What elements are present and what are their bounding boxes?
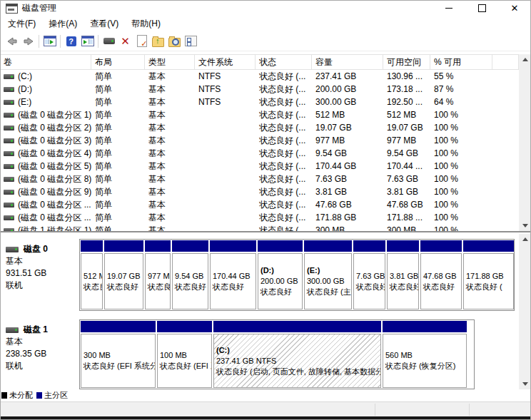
disk-name: 磁盘 0 [24, 243, 48, 255]
partition[interactable]: (D:)200.00 GB状态良好 [258, 240, 303, 309]
partition[interactable]: 170.44 GB状态良好 [210, 240, 256, 309]
partition[interactable]: 7.63 GB状态良好 [353, 240, 385, 309]
partition[interactable]: 560 MB状态良好 (恢复分区) [383, 321, 467, 388]
volume-rows: (C:)简单基本NTFS状态良好 (...237.41 GB130.96 ...… [0, 70, 519, 232]
help-button[interactable]: ? [63, 34, 79, 49]
table-row[interactable]: (磁盘 0 磁盘分区 2)简单基本状态良好 (...19.07 GB19.07 … [0, 121, 519, 134]
scroll-up-icon[interactable] [522, 58, 528, 61]
partition[interactable]: 100 MB状态良好 (EFI 系统分区) [157, 321, 212, 388]
cell-pct: 100 % [430, 148, 492, 158]
partition-type-band [304, 240, 352, 252]
partition-size: 560 MB [385, 350, 464, 361]
partition-body: 3.81 GB状态良好 [387, 253, 419, 309]
partition[interactable]: 3.81 GB状态良好 [387, 240, 419, 309]
column-status[interactable]: 状态 [256, 55, 312, 69]
partition[interactable]: (C:)237.41 GB NTFS状态良好 (启动, 页面文件, 故障转储, … [213, 321, 381, 388]
column-capacity[interactable]: 容量 [312, 55, 383, 69]
disk-1-label[interactable]: 磁盘 1 基本 238.35 GB 联机 [1, 319, 79, 389]
close-icon: ✕ [511, 4, 519, 13]
table-row[interactable]: (E:)简单基本NTFS状态良好 (...300.00 GB192.50 ...… [0, 96, 519, 108]
menu-file[interactable]: 文件(F) [1, 16, 42, 31]
volume-icon [4, 74, 14, 79]
volume-list-header: 卷 布局 类型 文件系统 状态 容量 可用空间 % 可用 [0, 55, 519, 70]
volume-icon [4, 164, 14, 169]
table-row[interactable]: (磁盘 0 磁盘分区 3)简单基本状态良好 (...977 MB977 MB10… [0, 134, 519, 147]
back-button[interactable] [4, 34, 20, 49]
task-check-button[interactable] [133, 34, 150, 49]
table-row[interactable]: (D:)简单基本NTFS状态良好 (...200.00 GB173.18 ...… [0, 83, 519, 96]
properties-button[interactable] [183, 34, 199, 49]
scroll-down-icon[interactable] [522, 224, 528, 227]
forward-button[interactable] [20, 34, 36, 49]
column-layout[interactable]: 布局 [91, 55, 145, 69]
cell-volume: (磁盘 0 磁盘分区 9) [0, 186, 91, 198]
partition-body: (D:)200.00 GB状态良好 [258, 253, 303, 309]
scroll-down-icon[interactable] [522, 382, 528, 386]
table-row[interactable]: (磁盘 0 磁盘分区 8)简单基本状态良好 (...7.63 GB7.63 GB… [0, 173, 519, 185]
volume-list-scrollbar[interactable] [519, 54, 531, 231]
close-button[interactable]: ✕ [498, 0, 531, 16]
toolbar-separator [39, 35, 39, 48]
cell-free: 7.63 GB [383, 174, 430, 184]
scroll-up-icon[interactable] [522, 237, 528, 241]
disk-0-label[interactable]: 磁盘 0 基本 931.51 GB 联机 [1, 239, 79, 311]
column-pct-free[interactable]: % 可用 [430, 55, 492, 69]
maximize-button[interactable] [465, 0, 498, 16]
disk-kind: 基本 [6, 336, 76, 348]
cell-pct: 87 % [430, 84, 492, 94]
table-row[interactable]: (磁盘 0 磁盘分区 ...简单基本状态良好 (...47.68 GB47.68… [0, 198, 519, 211]
show-action-pane-button[interactable] [79, 34, 96, 49]
table-row[interactable]: (磁盘 0 磁盘分区 ...简单基本状态良好 (...171.88 GB171.… [0, 211, 519, 224]
table-row[interactable]: (C:)简单基本NTFS状态良好 (...237.41 GB130.96 ...… [0, 70, 519, 83]
volume-icon [4, 203, 14, 208]
partition-size: 237.41 GB NTFS [216, 356, 378, 367]
column-type[interactable]: 类型 [145, 55, 195, 69]
table-row[interactable]: (磁盘 0 磁盘分区 5)简单基本状态良好 (...170.44 GB170.4… [0, 160, 519, 173]
partition[interactable]: 47.68 GB状态良好 [420, 240, 462, 309]
partition-size: 200.00 GB [261, 276, 300, 287]
status-divider [375, 404, 375, 416]
device-status-button[interactable] [101, 34, 117, 49]
partition[interactable]: (E:)300.00 GB状态良好 (主分区) [304, 240, 352, 309]
column-free[interactable]: 可用空间 [383, 55, 430, 69]
partition[interactable]: 977 MB状态良好 [145, 240, 171, 309]
partition-type-band [81, 321, 156, 332]
cell-free: 170.44 ... [383, 161, 430, 171]
menu-view[interactable]: 查看(V) [84, 16, 125, 31]
graphical-pane-scrollbar[interactable] [519, 234, 531, 389]
minimize-button[interactable] [433, 0, 465, 16]
cell-pct: 100 % [430, 110, 492, 120]
partition-status: 状态良好 [175, 282, 206, 292]
menu-help[interactable]: 帮助(H) [125, 16, 167, 31]
partition[interactable]: 171.88 GB状态良好 ( [463, 240, 514, 309]
cell-pct: 100 % [430, 123, 492, 133]
cell-volume: (C:) [0, 71, 91, 81]
folder-search-button[interactable] [166, 34, 183, 49]
delete-volume-button[interactable]: ✕ [117, 34, 133, 49]
table-row[interactable]: (磁盘 0 磁盘分区 1)简单基本状态良好 (...512 MB512 MB10… [0, 108, 519, 121]
window-title: 磁盘管理 [22, 2, 433, 14]
column-volume[interactable]: 卷 [0, 55, 91, 69]
partition[interactable]: 300 MB状态良好 (EFI 系统分区) [81, 321, 156, 388]
cell-type: 基本 [145, 173, 195, 185]
partition-type-band [353, 240, 385, 252]
partition-status: 状态良好 [107, 282, 141, 292]
table-row[interactable]: (磁盘 0 磁盘分区 4)简单基本状态良好 (...9.54 GB9.54 GB… [0, 147, 519, 160]
show-console-tree-button[interactable] [41, 34, 58, 49]
console-tree-icon [44, 36, 56, 46]
cell-capacity: 170.44 GB [312, 161, 383, 171]
cell-free: 173.18 ... [383, 84, 430, 94]
partition[interactable]: 9.54 GB状态良好 [172, 240, 208, 309]
folder-up-button[interactable] [150, 34, 166, 49]
volume-icon [4, 215, 14, 220]
partition[interactable]: 512 MB状态良好 [81, 240, 103, 309]
cell-type: 基本 [145, 135, 195, 147]
menu-action[interactable]: 操作(A) [42, 16, 84, 31]
action-pane-icon [81, 36, 94, 46]
partition-type-band [258, 240, 303, 252]
partition[interactable]: 19.07 GB状态良好 [104, 240, 143, 309]
table-row[interactable]: (磁盘 0 磁盘分区 9)简单基本状态良好 (...3.81 GB3.81 GB… [0, 185, 519, 198]
column-filesystem[interactable]: 文件系统 [195, 55, 256, 69]
cell-capacity: 19.07 GB [312, 123, 383, 133]
partition-body: 512 MB状态良好 [81, 253, 103, 309]
